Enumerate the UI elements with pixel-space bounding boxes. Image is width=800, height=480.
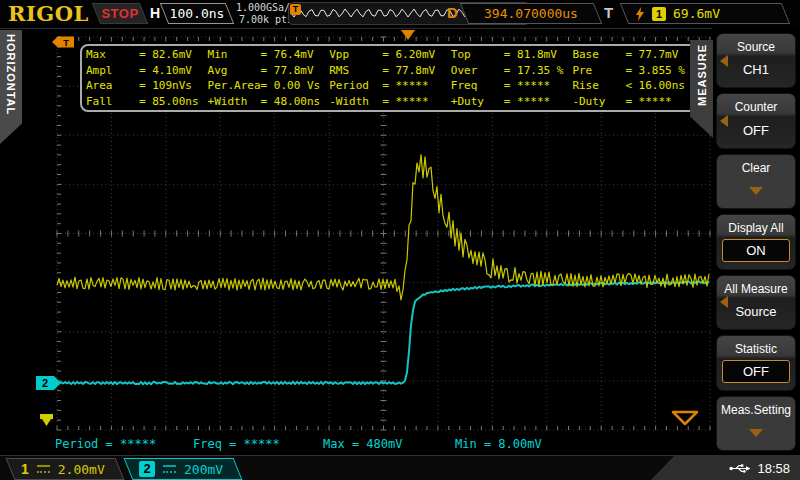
clock: 18:58 (757, 461, 790, 476)
menu-meas-setting-button[interactable]: Meas.Setting (716, 396, 796, 451)
measurement-name: Top (451, 48, 504, 61)
measurement-name: Per.Area (208, 79, 261, 92)
measurement-avg: Avg= 77.8mV (208, 64, 330, 77)
tab-measure[interactable]: MEASURE (690, 40, 713, 138)
trigger-info-box: 1 69.6mV (620, 3, 790, 24)
tab-horizontal[interactable]: HORIZONTAL (0, 30, 22, 144)
menu-clear-button[interactable]: Clear (716, 154, 796, 209)
measurement-name: Min (208, 48, 261, 61)
measurement-name: Period (329, 79, 382, 92)
measurement-name: RMS (329, 64, 382, 77)
measurement-value: = 6.20mV (382, 48, 435, 61)
softkey-label: All Measure (717, 276, 795, 302)
left-arrow-icon (720, 115, 728, 127)
measurement-row: Fall= 85.00ns+Width= 48.00ns-Width= ****… (86, 94, 694, 110)
left-arrow-icon (720, 296, 728, 308)
measurement-value: = 77.8mV (261, 64, 314, 77)
softkey-value: ON (722, 239, 790, 262)
measurement-value: = 77.7mV (625, 48, 678, 61)
measurement-area: Area= 109nVs (86, 79, 208, 92)
measurement-value: = 109nVs (139, 79, 192, 92)
softkey-label: Statistic (717, 336, 795, 356)
measurement-value: = 76.4mV (261, 48, 314, 61)
measurement-name: +Duty (451, 95, 504, 108)
measurement-duty: +Duty= ***** (451, 95, 573, 108)
run-status-badge: STOP (92, 3, 148, 24)
softkey-label: Display All (717, 215, 795, 235)
measurement-value: = 0.00 Vs (261, 79, 321, 92)
trigger-source-badge: 1 (652, 7, 666, 21)
status-max: Max = 480mV (323, 437, 402, 451)
status-min: Min = 8.00mV (455, 437, 542, 451)
measurement-ampl: Ampl= 4.10mV (86, 64, 208, 77)
measurement-fall: Fall= 85.00ns (86, 95, 208, 108)
status-period: Period = ***** (55, 437, 156, 451)
measurement-row: Area= 109nVsPer.Area= 0.00 VsPeriod= ***… (86, 78, 694, 94)
oscilloscope-screen: T2 RIGOL STOP H 100.0ns 1.000GSa/s 7.00k… (0, 0, 800, 480)
measurement-value: = ***** (504, 95, 550, 108)
menu-statistic-button[interactable]: StatisticOFF (716, 335, 796, 390)
measurement-value: < 16.00ns (625, 79, 685, 92)
menu-all-measure-button[interactable]: All MeasureSource (716, 275, 796, 330)
dc-coupling-icon (163, 465, 176, 473)
dc-coupling-icon (37, 465, 50, 473)
measurement-value: = ***** (625, 95, 671, 108)
measurement-panel: Max= 82.6mVMin= 76.4mVVpp= 6.20mVTop= 81… (80, 44, 700, 112)
trigger-label: T (604, 4, 613, 21)
measurement-rms: RMS= 77.8mV (329, 64, 451, 77)
measurement-name: -Duty (572, 95, 625, 108)
measurement-name: Area (86, 79, 139, 92)
measurement-name: Ampl (86, 64, 139, 77)
measurement-over: Over= 17.35 % (451, 64, 573, 77)
measurement-value: = 48.00ns (261, 95, 321, 108)
channel2-number: 2 (139, 461, 155, 477)
trigger-position-icon: T (290, 4, 301, 15)
softkey-label: Meas.Setting (717, 397, 795, 423)
measurement-name: Base (572, 48, 625, 61)
down-arrow-icon (749, 187, 763, 195)
softkey-value: OFF (717, 123, 795, 138)
trigger-time-flag (52, 37, 74, 48)
ch2-measurements-line: Period = *****Freq = *****Max = 480mVMin… (0, 437, 712, 453)
trigger-time-flag-label: T (63, 38, 69, 48)
channel2-offset-marker-label: 2 (42, 377, 48, 389)
timebase-box: 100.0ns (160, 3, 234, 24)
measurement-duty: -Duty= ***** (572, 95, 694, 108)
delay-label: D (447, 4, 458, 21)
measurement-pre: Pre= 3.855 % (572, 64, 694, 77)
channel1-badge[interactable]: 1 2.00mV (6, 458, 125, 480)
measurement-value: = ***** (382, 79, 428, 92)
measurement-value: = 81.8mV (504, 48, 557, 61)
menu-source-button[interactable]: SourceCH1 (716, 33, 796, 88)
menu-display-all-button[interactable]: Display AllON (716, 214, 796, 269)
channel1-scale: 2.00mV (58, 462, 105, 477)
measurement-name: Rise (572, 79, 625, 92)
clock-area: 18:58 (650, 456, 800, 480)
channel2-badge[interactable]: 2 200mV (124, 458, 243, 480)
trigger-position-marker (401, 30, 415, 40)
measurement-vpp: Vpp= 6.20mV (329, 48, 451, 61)
channel1-offset-clamped-arrow (42, 419, 51, 426)
tab-horizontal-label: HORIZONTAL (5, 30, 17, 115)
bottom-status-bar: 1 2.00mV 2 200mV 18:58 (0, 455, 800, 480)
horizontal-label: H (150, 5, 160, 21)
softkey-label: Source (717, 34, 795, 60)
trigger-delay-box: 394.070000us (460, 3, 602, 24)
softkey-label: Counter (717, 94, 795, 120)
measurement-name: Vpp (329, 48, 382, 61)
measurement-value: = ***** (504, 79, 550, 92)
measurement-period: Period= ***** (329, 79, 451, 92)
ch2-trace (57, 281, 709, 384)
down-arrow-icon (749, 429, 763, 437)
measurement-value: = ***** (382, 95, 428, 108)
channel2-scale: 200mV (184, 462, 223, 477)
measurement-max: Max= 82.6mV (86, 48, 208, 61)
menu-counter-button[interactable]: CounterOFF (716, 93, 796, 148)
measurement-width: +Width= 48.00ns (208, 95, 330, 108)
measurement-row: Max= 82.6mVMin= 76.4mVVpp= 6.20mVTop= 81… (86, 47, 694, 63)
measurement-value: = 17.35 % (504, 64, 564, 77)
measurement-value: = 77.8mV (382, 64, 435, 77)
measurement-base: Base= 77.7mV (572, 48, 694, 61)
measurement-name: Avg (208, 64, 261, 77)
measurement-value: = 85.00ns (139, 95, 199, 108)
